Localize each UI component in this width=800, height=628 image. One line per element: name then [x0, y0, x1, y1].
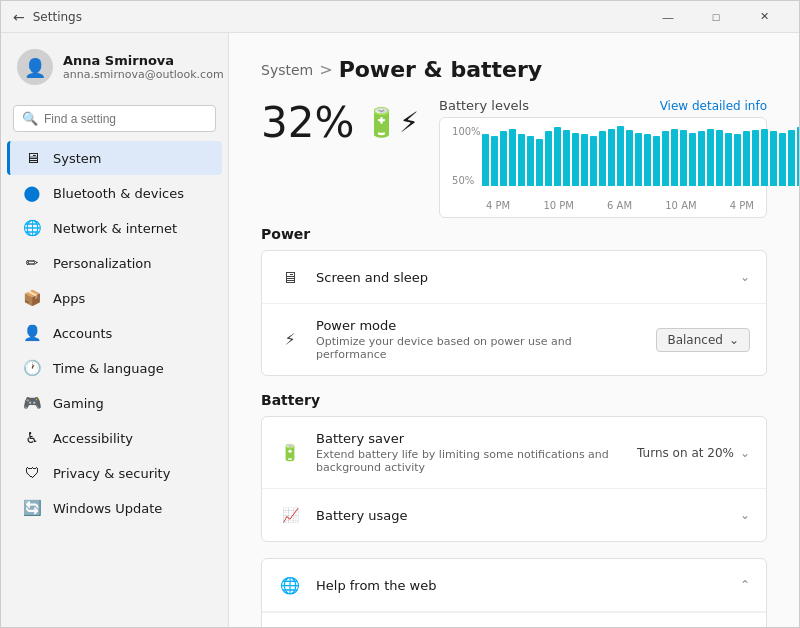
user-name: Anna Smirnova [63, 53, 224, 68]
x-label-4: 4 PM [730, 200, 754, 211]
personalization-icon: ✏️ [23, 254, 41, 272]
battery-usage-row[interactable]: 📈 Battery usage ⌄ [262, 489, 766, 541]
x-label-0: 4 PM [486, 200, 510, 211]
chart-bar [797, 127, 799, 186]
sidebar-item-label-gaming: Gaming [53, 396, 104, 411]
sidebar-item-privacy[interactable]: 🛡 Privacy & security [7, 456, 222, 490]
avatar: 👤 [17, 49, 53, 85]
dropdown-chevron: ⌄ [729, 333, 739, 347]
power-mode-desc: Optimize your device based on power use … [316, 335, 642, 361]
breadcrumb: System > Power & battery [261, 57, 767, 82]
titlebar: ← Settings — □ ✕ [1, 1, 799, 33]
chart-bar [554, 127, 561, 186]
sidebar-item-accounts[interactable]: 👤 Accounts [7, 316, 222, 350]
chart-bars-container [482, 126, 799, 186]
titlebar-controls: — □ ✕ [645, 1, 787, 33]
chart-bar [779, 133, 786, 186]
settings-window: ← Settings — □ ✕ 👤 Anna Smirnova anna.sm… [0, 0, 800, 628]
back-icon[interactable]: ← [13, 9, 25, 25]
screen-sleep-title: Screen and sleep [316, 270, 726, 285]
battery-saver-desc: Extend battery life by limiting some not… [316, 448, 623, 474]
sidebar-item-label-bluetooth: Bluetooth & devices [53, 186, 184, 201]
power-section-header: Power [261, 226, 767, 242]
screen-sleep-row[interactable]: 🖥 Screen and sleep ⌄ [262, 251, 766, 304]
close-button[interactable]: ✕ [741, 1, 787, 33]
screen-sleep-text: Screen and sleep [316, 270, 726, 285]
accessibility-icon: ♿ [23, 429, 41, 447]
chart-bar [635, 133, 642, 186]
screen-sleep-chevron: ⌄ [740, 270, 750, 284]
sidebar-item-label-network: Network & internet [53, 221, 177, 236]
battery-usage-chevron: ⌄ [740, 508, 750, 522]
battery-percent-value: 32% [261, 98, 354, 147]
maximize-button[interactable]: □ [693, 1, 739, 33]
search-input[interactable] [44, 112, 207, 126]
chart-bar [698, 131, 705, 186]
battery-saver-icon: 🔋 [278, 441, 302, 465]
x-axis: 4 PM 10 PM 6 AM 10 AM 4 PM [486, 200, 754, 211]
battery-usage-icon: 📈 [278, 503, 302, 527]
chart-bar [680, 130, 687, 186]
chart-bar [743, 131, 750, 186]
sidebar-item-gaming[interactable]: 🎮 Gaming [7, 386, 222, 420]
chart-bar [671, 129, 678, 186]
chart-bar [788, 130, 795, 186]
sidebar-item-apps[interactable]: 📦 Apps [7, 281, 222, 315]
page-title: Power & battery [339, 57, 543, 82]
chart-bar [644, 134, 651, 186]
chart-bar [527, 136, 534, 186]
user-profile[interactable]: 👤 Anna Smirnova anna.smirnova@outlook.co… [1, 41, 228, 101]
chart-bar [518, 134, 525, 186]
x-label-1: 10 PM [543, 200, 574, 211]
privacy-icon: 🛡 [23, 464, 41, 482]
chart-bar [590, 136, 597, 186]
chart-bar [770, 131, 777, 186]
battery-levels-label: Battery levels [439, 98, 529, 113]
sidebar-item-bluetooth[interactable]: ⬤ Bluetooth & devices [7, 176, 222, 210]
chart-bar [599, 131, 606, 186]
breadcrumb-parent: System [261, 62, 313, 78]
changing-power-mode-link[interactable]: Changing power mode [278, 619, 766, 627]
battery-charging-icon: 🔋⚡ [364, 106, 419, 139]
sidebar-item-label-personalization: Personalization [53, 256, 152, 271]
battery-saver-row[interactable]: 🔋 Battery saver Extend battery life by l… [262, 417, 766, 489]
network-icon: 🌐 [23, 219, 41, 237]
chart-bar [716, 130, 723, 186]
user-info: Anna Smirnova anna.smirnova@outlook.com [63, 53, 224, 81]
chart-bar [572, 133, 579, 186]
user-email: anna.smirnova@outlook.com [63, 68, 224, 81]
chart-bar [617, 126, 624, 186]
sidebar-item-system[interactable]: 🖥 System [7, 141, 222, 175]
chart-bars [482, 126, 799, 186]
battery-saver-action: Turns on at 20% ⌄ [637, 446, 750, 460]
help-header-row[interactable]: 🌐 Help from the web ⌃ [262, 559, 766, 612]
power-card: 🖥 Screen and sleep ⌄ ⚡ Power mode Optimi… [261, 250, 767, 376]
view-detailed-link[interactable]: View detailed info [660, 99, 767, 113]
sidebar-item-accessibility[interactable]: ♿ Accessibility [7, 421, 222, 455]
search-box[interactable]: 🔍 [13, 105, 216, 132]
power-mode-value: Balanced [667, 333, 722, 347]
chart-bar [725, 133, 732, 186]
help-links: Changing power mode [262, 612, 766, 627]
chart-bar [662, 131, 669, 186]
sidebar-item-label-privacy: Privacy & security [53, 466, 170, 481]
minimize-button[interactable]: — [645, 1, 691, 33]
power-mode-row[interactable]: ⚡ Power mode Optimize your device based … [262, 304, 766, 375]
chart-bar [653, 136, 660, 186]
nav-list: 🖥 System ⬤ Bluetooth & devices 🌐 Network… [1, 140, 228, 526]
help-card: 🌐 Help from the web ⌃ Changing power mod… [261, 558, 767, 627]
power-mode-action[interactable]: Balanced ⌄ [656, 328, 750, 352]
sidebar-item-update[interactable]: 🔄 Windows Update [7, 491, 222, 525]
sidebar-item-time[interactable]: 🕐 Time & language [7, 351, 222, 385]
chart-bar [689, 133, 696, 186]
battery-saver-text: Battery saver Extend battery life by lim… [316, 431, 623, 474]
power-mode-icon: ⚡ [278, 328, 302, 352]
chart-bar [482, 134, 489, 186]
search-icon: 🔍 [22, 111, 38, 126]
sidebar-item-network[interactable]: 🌐 Network & internet [7, 211, 222, 245]
sidebar-item-personalization[interactable]: ✏️ Personalization [7, 246, 222, 280]
main-layout: 👤 Anna Smirnova anna.smirnova@outlook.co… [1, 33, 799, 627]
chart-bar [545, 131, 552, 186]
help-title: Help from the web [316, 578, 726, 593]
power-mode-dropdown[interactable]: Balanced ⌄ [656, 328, 750, 352]
